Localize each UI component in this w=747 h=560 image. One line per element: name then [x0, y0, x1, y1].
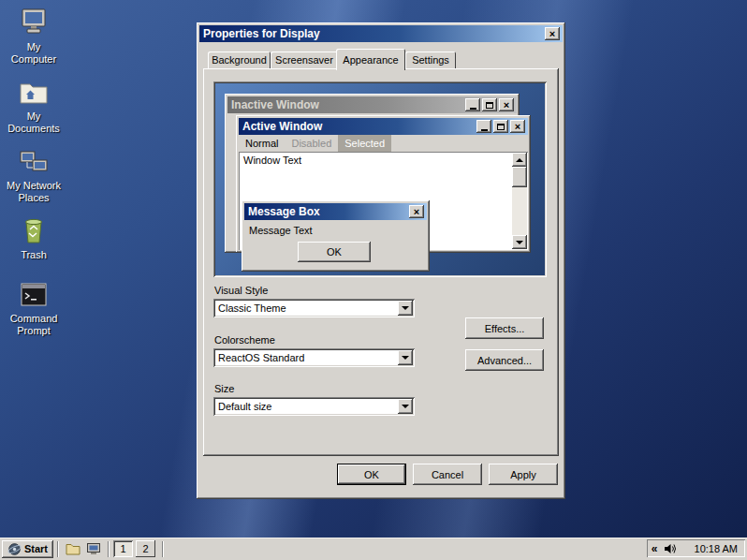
start-label: Start	[24, 543, 48, 554]
desktop-icon-label: Trash	[4, 249, 64, 261]
pager-label: 2	[142, 543, 148, 554]
folder-icon	[66, 542, 81, 555]
ok-button[interactable]: OK	[337, 464, 406, 485]
desktop-icon-my-network-places[interactable]: My Network Places	[4, 148, 64, 204]
quicklaunch-show-desktop-button[interactable]	[83, 540, 104, 558]
desktop-icon-label: My Documents	[4, 111, 64, 135]
tab-label: Appearance	[343, 54, 398, 66]
chevron-down-icon	[402, 356, 409, 360]
close-button: ×	[510, 120, 525, 133]
minimize-icon	[481, 129, 488, 131]
button-label: OK	[327, 246, 342, 258]
desktop-icon-trash[interactable]: Trash	[4, 215, 64, 261]
volume-icon[interactable]	[664, 542, 678, 555]
active-window-title: Active Window	[242, 120, 322, 133]
desktop-icon-my-documents[interactable]: My Documents	[4, 79, 64, 135]
size-value: Default size	[218, 401, 271, 412]
desktop-icon-label: My Network Places	[4, 180, 64, 204]
button-label: Advanced...	[477, 355, 532, 366]
tab-background[interactable]: Background	[208, 52, 271, 68]
visual-style-dropdown-button[interactable]	[398, 301, 413, 316]
scroll-up-icon	[516, 158, 523, 162]
tray-collapse-chevron-icon[interactable]: «	[652, 543, 658, 554]
desktop-icon-label: My Computer	[4, 41, 64, 66]
minimize-button	[465, 98, 480, 111]
button-label: OK	[364, 469, 379, 480]
close-button: ×	[499, 98, 514, 111]
tab-label: Screensaver	[275, 54, 333, 66]
tab-settings[interactable]: Settings	[405, 52, 456, 68]
active-window-titlebar: Active Window ×	[239, 118, 528, 135]
taskbar-separator	[162, 541, 164, 557]
close-icon: ×	[414, 207, 419, 216]
dialog-close-button[interactable]: ×	[545, 27, 560, 40]
taskbar-separator	[57, 541, 59, 557]
chevron-down-icon	[402, 405, 409, 408]
tab-appearance[interactable]: Appearance	[336, 49, 405, 70]
visual-style-combobox[interactable]: Classic Theme	[213, 299, 415, 317]
minimize-icon	[470, 108, 476, 110]
inactive-window-titlebar: Inactive Window ×	[227, 96, 517, 113]
close-icon: ×	[504, 100, 509, 110]
advanced-button[interactable]: Advanced...	[465, 349, 544, 371]
my-network-places-icon	[18, 148, 50, 176]
scroll-down-button	[512, 235, 527, 249]
taskbar-clock: 10:18 AM	[695, 543, 738, 554]
close-icon: ×	[549, 29, 555, 38]
window-text: Window Text	[243, 155, 301, 166]
scrollbar-thumb	[512, 167, 527, 187]
show-desktop-icon	[86, 542, 101, 555]
size-label: Size	[214, 383, 234, 394]
display-properties-dialog: Properties for Display × Background Scre…	[197, 22, 565, 499]
system-tray: « 10:18 AM	[647, 539, 745, 557]
preview-menubar: Normal Disabled Selected	[239, 135, 528, 152]
scroll-up-button	[512, 153, 527, 167]
taskbar: Start 1 2 «	[0, 538, 747, 560]
button-label: Effects...	[485, 323, 525, 334]
menu-item-disabled: Disabled	[285, 135, 338, 152]
chevron-down-icon	[402, 306, 409, 310]
tab-screensaver[interactable]: Screensaver	[271, 52, 338, 68]
message-box-ok-button: OK	[298, 242, 371, 262]
desktop-icon-label: Command Prompt	[4, 313, 64, 337]
size-combobox[interactable]: Default size	[213, 397, 415, 416]
colorscheme-label: Colorscheme	[214, 334, 275, 346]
dialog-title: Properties for Display	[203, 27, 320, 40]
message-box-text: Message Text	[249, 225, 313, 236]
command-prompt-icon	[18, 281, 50, 309]
reactos-logo-icon	[7, 542, 22, 556]
colorscheme-combobox[interactable]: ReactOS Standard	[213, 348, 415, 367]
menu-item-selected: Selected	[338, 135, 391, 152]
desktop-screen: My Computer My Documents My Network Plac…	[0, 0, 747, 560]
my-documents-icon	[18, 79, 50, 107]
visual-style-label: Visual Style	[214, 285, 268, 296]
desktop-icon-my-computer[interactable]: My Computer	[4, 7, 64, 66]
size-dropdown-button[interactable]	[398, 399, 413, 414]
effects-button[interactable]: Effects...	[465, 317, 544, 339]
message-box-titlebar: Message Box ×	[244, 203, 427, 220]
maximize-icon	[486, 102, 493, 109]
quicklaunch-explorer-button[interactable]	[63, 540, 83, 558]
taskbar-separator	[108, 541, 110, 557]
desktop-icon-command-prompt[interactable]: Command Prompt	[4, 281, 64, 337]
maximize-button	[482, 98, 497, 111]
apply-button[interactable]: Apply	[489, 464, 558, 485]
desktop-pager-button-1[interactable]: 1	[113, 540, 133, 557]
colorscheme-value: ReactOS Standard	[218, 352, 304, 363]
scroll-down-icon	[516, 241, 523, 244]
tab-label: Settings	[412, 54, 449, 66]
desktop-pager-button-2[interactable]: 2	[136, 540, 155, 557]
my-computer-icon	[18, 7, 50, 37]
button-label: Apply	[510, 469, 536, 480]
inactive-window-title: Inactive Window	[231, 98, 319, 111]
colorscheme-dropdown-button[interactable]	[398, 350, 413, 365]
start-button[interactable]: Start	[2, 540, 53, 558]
cancel-button[interactable]: Cancel	[413, 464, 482, 485]
button-label: Cancel	[432, 469, 463, 480]
pager-label: 1	[120, 543, 125, 554]
preview-message-box: Message Box × Message Text OK	[242, 200, 430, 272]
preview-scrollbar	[512, 153, 527, 249]
dialog-titlebar[interactable]: Properties for Display ×	[199, 25, 563, 42]
appearance-preview: Inactive Window × Active Window ×	[213, 81, 547, 277]
minimize-button	[476, 120, 491, 133]
